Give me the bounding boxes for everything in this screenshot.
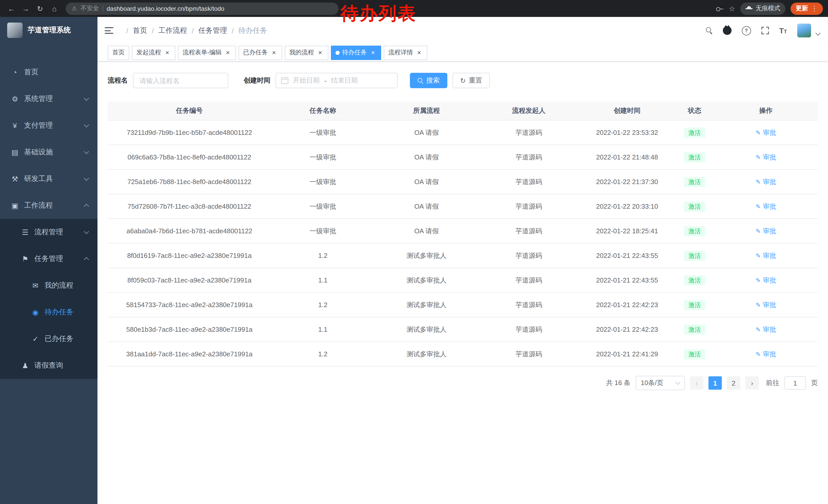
task-management-icon: ⚑	[20, 255, 30, 263]
breadcrumb-item[interactable]: / 待办任务	[227, 26, 267, 35]
app-logo[interactable]: 芋道管理系统	[0, 17, 97, 44]
approve-link[interactable]: ✎ 审批	[756, 128, 776, 137]
tab[interactable]: 待办任务 ×	[331, 45, 381, 60]
sidebar-item[interactable]: ◉ 待办任务	[0, 299, 97, 326]
sidebar-item[interactable]: ⚒ 研发工具	[0, 166, 97, 192]
sidebar-item[interactable]: ◔ 首页	[0, 59, 97, 86]
sidebar-item[interactable]: ☰ 流程管理	[0, 219, 97, 245]
font-size-icon[interactable]: T T	[779, 27, 787, 34]
approve-link[interactable]: ✎ 审批	[756, 300, 776, 310]
sidebar-item-label: 系统管理	[24, 94, 53, 103]
cell-initiator: 芋道源码	[479, 219, 579, 243]
fullscreen-icon[interactable]	[761, 27, 769, 34]
close-icon[interactable]: ×	[317, 49, 324, 56]
approve-link[interactable]: ✎ 审批	[756, 276, 776, 285]
end-date-placeholder: 结束日期	[331, 76, 358, 85]
cell-process: 测试多审批人	[375, 342, 479, 366]
cell-process: OA 请假	[375, 219, 479, 243]
page-size-value: 10条/页	[641, 378, 663, 387]
approve-link[interactable]: ✎ 审批	[756, 202, 776, 211]
page-size-select[interactable]: 10条/页	[636, 376, 685, 390]
tab[interactable]: 流程详情 ×	[384, 45, 427, 60]
tab[interactable]: 我的流程 ×	[285, 45, 328, 60]
cell-process: 测试多审批人	[375, 268, 479, 292]
sidebar-item[interactable]: ¥ 支付管理	[0, 112, 97, 139]
help-icon[interactable]: ?	[742, 26, 751, 35]
reset-button[interactable]: ↻ 重置	[452, 73, 490, 88]
reload-icon[interactable]: ↻	[34, 2, 46, 15]
browser-toolbar: ← → ↻ ⌂ ⚠ 不安全 dashboard.yudao.iocoder.cn…	[0, 0, 828, 17]
chevron-icon	[84, 96, 89, 101]
breadcrumb-item[interactable]: / 工作流程	[147, 26, 187, 35]
collapse-sidebar-icon[interactable]	[105, 27, 113, 34]
sidebar: 芋道管理系统 ◔ 首页 ⚙ 系统管理	[0, 17, 97, 504]
breadcrumb-item[interactable]: / 首页	[122, 26, 147, 35]
cell-created: 2022-01-21 22:41:29	[579, 342, 675, 366]
avatar-caret-icon[interactable]	[816, 31, 821, 36]
sidebar-item[interactable]: ⚑ 任务管理	[0, 245, 97, 272]
date-range-picker[interactable]: 开始日期 - 结束日期	[276, 73, 398, 88]
tab[interactable]: 首页 ×	[108, 45, 129, 60]
tab[interactable]: 流程表单-编辑 ×	[178, 45, 236, 60]
edit-icon: ✎	[756, 203, 761, 210]
close-icon[interactable]: ×	[416, 49, 423, 56]
cell-process: 测试多审批人	[375, 243, 479, 268]
github-icon[interactable]	[722, 26, 731, 35]
back-icon[interactable]: ←	[5, 2, 17, 15]
password-key-icon[interactable]	[716, 5, 723, 12]
breadcrumb-item[interactable]: / 任务管理	[187, 26, 227, 35]
sidebar-item[interactable]: ♟ 请假查询	[0, 352, 97, 379]
close-icon[interactable]: ×	[224, 49, 232, 56]
cell-task-id: 58154733-7ac8-11ec-a9e2-a2380e71991a	[108, 292, 271, 317]
tab[interactable]: 已办任务 ×	[239, 45, 282, 60]
bookmark-star-icon[interactable]: ☆	[729, 4, 735, 12]
sidebar-item[interactable]: ✓ 已办任务	[0, 326, 97, 352]
cell-task-id: 725a1eb6-7b88-11ec-8ef0-acde48001122	[108, 170, 271, 194]
logo-image	[7, 22, 23, 38]
home-icon[interactable]: ⌂	[48, 2, 60, 15]
sidebar-item[interactable]: ▣ 工作流程	[0, 192, 97, 219]
sidebar-item[interactable]: ⚙ 系统管理	[0, 86, 97, 112]
tab[interactable]: 发起流程 ×	[132, 45, 175, 60]
approve-link[interactable]: ✎ 审批	[756, 350, 776, 359]
approve-link[interactable]: ✎ 审批	[756, 325, 776, 334]
address-bar[interactable]: ⚠ 不安全 dashboard.yudao.iocoder.cn/bpm/tas…	[66, 2, 339, 15]
approve-label: 审批	[763, 202, 776, 211]
close-icon[interactable]: ×	[369, 49, 377, 56]
status-badge: 激活	[684, 152, 705, 162]
approve-link[interactable]: ✎ 审批	[756, 152, 776, 162]
update-button[interactable]: 更新 ⋮	[791, 2, 823, 15]
page-button[interactable]: 2	[727, 376, 740, 390]
avatar[interactable]	[797, 24, 811, 37]
approve-label: 审批	[763, 226, 776, 236]
sidebar-item-label: 工作流程	[24, 201, 53, 210]
close-icon[interactable]: ×	[271, 49, 278, 56]
edit-icon: ✎	[756, 277, 761, 284]
search-button-icon	[418, 78, 423, 83]
search-button[interactable]: 搜索	[410, 73, 447, 88]
create-time-label: 创建时间	[244, 76, 271, 85]
sidebar-item[interactable]: ✉ 我的流程	[0, 272, 97, 299]
process-name-input[interactable]	[133, 73, 228, 88]
approve-link[interactable]: ✎ 审批	[756, 251, 776, 260]
next-page-button[interactable]: ›	[745, 376, 759, 390]
calendar-icon	[281, 77, 288, 84]
approve-link[interactable]: ✎ 审批	[756, 177, 776, 186]
page-button[interactable]: 1	[708, 376, 722, 390]
reset-icon: ↻	[460, 77, 466, 84]
cell-task-id: a6aba0a4-7b6d-11ec-b781-acde48001122	[108, 219, 271, 243]
cell-task-id: 73211d9d-7b9b-11ec-b5b7-acde48001122	[108, 120, 271, 145]
prev-page-button[interactable]: ‹	[690, 376, 703, 390]
close-icon[interactable]: ×	[164, 49, 171, 56]
goto-page-input[interactable]	[784, 376, 806, 390]
edit-icon: ✎	[756, 326, 761, 333]
chevron-icon	[84, 149, 89, 154]
approve-label: 审批	[763, 128, 776, 137]
forward-icon[interactable]: →	[19, 2, 32, 15]
cell-task-id: 381aa1dd-7ac8-11ec-a9e2-a2380e71991a	[108, 342, 271, 366]
approve-link[interactable]: ✎ 审批	[756, 226, 776, 236]
search-icon[interactable]	[706, 27, 712, 34]
sidebar-item-label: 支付管理	[24, 121, 53, 130]
browser-menu-icon[interactable]: ⋮	[811, 5, 818, 12]
sidebar-item[interactable]: ▤ 基础设施	[0, 139, 97, 166]
